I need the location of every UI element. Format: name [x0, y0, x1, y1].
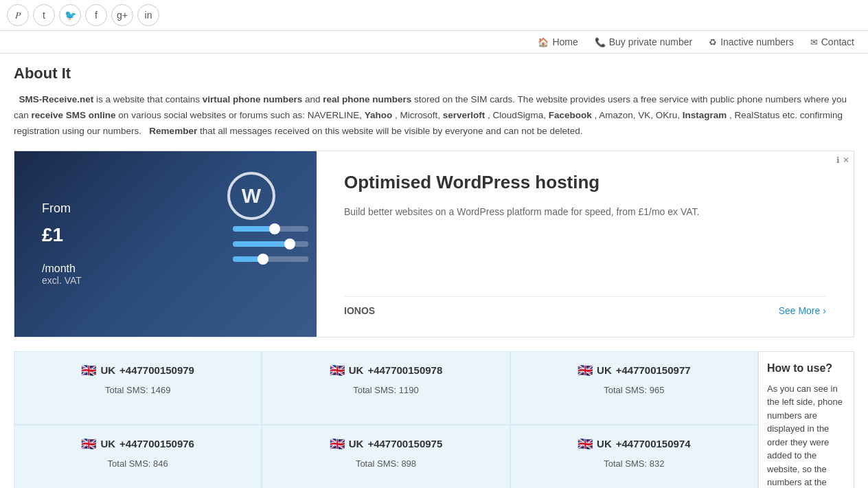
phone-number: +447700150978 — [367, 364, 442, 376]
numbers-grid: 🇬🇧 UK +447700150979 Total SMS: 1469 🇬🇧 U… — [14, 351, 758, 488]
ad-price: £1 — [42, 219, 82, 263]
home-icon: 🏠 — [538, 37, 549, 47]
number-card[interactable]: 🇬🇧 UK +447700150974 Total SMS: 832 — [510, 425, 758, 488]
buy-private-link[interactable]: 📞 Buy private number — [595, 36, 692, 47]
navbar: 🏠 Home 📞 Buy private number ♻ Inactive n… — [0, 31, 868, 54]
number-card[interactable]: 🇬🇧 UK +447700150976 Total SMS: 846 — [14, 425, 262, 488]
recycle-icon: ♻ — [709, 37, 717, 47]
country-label: UK — [597, 438, 612, 450]
number-card[interactable]: 🇬🇧 UK +447700150977 Total SMS: 965 — [510, 351, 758, 425]
sms-value: 1469 — [150, 385, 170, 395]
sms-value: 965 — [650, 385, 665, 395]
country-label: UK — [597, 364, 612, 376]
tumblr-icon[interactable]: t — [33, 4, 55, 26]
how-to-use-sidebar: How to use? As you can see in the left s… — [758, 351, 854, 488]
googleplus-icon[interactable]: g+ — [111, 4, 133, 26]
number-card[interactable]: 🇬🇧 UK +447700150978 Total SMS: 1190 — [262, 351, 510, 425]
ad-footer: IONOS See More › — [344, 296, 826, 316]
country-label: UK — [349, 438, 364, 450]
phone-number: +447700150976 — [119, 438, 194, 450]
sms-count: Total SMS: 1469 — [21, 385, 254, 395]
sms-value: 898 — [401, 458, 416, 469]
ad-title: Optimised WordPress hosting — [344, 172, 826, 193]
country-label: UK — [100, 438, 115, 450]
flag-icon: 🇬🇧 — [330, 436, 345, 452]
wp-logo: W — [227, 172, 275, 220]
ad-brand-name: IONOS — [344, 305, 375, 316]
flag-icon: 🇬🇧 — [578, 436, 593, 452]
flag-icon: 🇬🇧 — [81, 436, 96, 452]
country-label: UK — [100, 364, 115, 376]
numbers-layout: 🇬🇧 UK +447700150979 Total SMS: 1469 🇬🇧 U… — [14, 351, 854, 488]
sms-label: Total SMS: — [604, 385, 647, 395]
number-header: 🇬🇧 UK +447700150974 — [518, 436, 751, 452]
facebook-icon[interactable]: f — [85, 4, 107, 26]
how-to-text: As you can see in the left side, phone n… — [767, 382, 845, 488]
social-bar: 𝑃 t 🐦 f g+ in — [0, 0, 868, 31]
inactive-numbers-link[interactable]: ♻ Inactive numbers — [709, 36, 794, 47]
sms-label: Total SMS: — [108, 458, 151, 469]
sms-label: Total SMS: — [604, 458, 647, 469]
ad-vat: excl. VAT — [42, 275, 82, 286]
ad-description: Build better websites on a WordPress pla… — [344, 204, 826, 219]
sms-count: Total SMS: 846 — [21, 458, 254, 469]
flag-icon: 🇬🇧 — [330, 363, 345, 378]
phone-number: +447700150979 — [119, 364, 194, 376]
sms-label: Total SMS: — [356, 458, 399, 469]
pinterest-icon[interactable]: 𝑃 — [7, 4, 29, 26]
phone-icon: 📞 — [595, 37, 606, 47]
main-content: About It SMS-Receive.net is a website th… — [0, 54, 868, 488]
chevron-right-icon: › — [823, 305, 826, 316]
sms-count: Total SMS: 832 — [518, 458, 751, 469]
sms-value: 846 — [153, 458, 168, 469]
sms-count: Total SMS: 898 — [269, 458, 502, 469]
home-link[interactable]: 🏠 Home — [538, 36, 578, 47]
ad-right-panel[interactable]: Optimised WordPress hosting Build better… — [317, 151, 854, 337]
slider-group — [227, 226, 310, 262]
number-header: 🇬🇧 UK +447700150975 — [269, 436, 502, 452]
sms-label: Total SMS: — [105, 385, 148, 395]
sms-count: Total SMS: 1190 — [269, 385, 502, 395]
about-text: SMS-Receive.net is a website that contai… — [14, 92, 854, 140]
number-header: 🇬🇧 UK +447700150977 — [518, 363, 751, 378]
country-label: UK — [349, 364, 364, 376]
how-to-title: How to use? — [767, 360, 845, 377]
see-more-link[interactable]: See More › — [779, 305, 826, 316]
twitter-icon[interactable]: 🐦 — [59, 4, 81, 26]
sms-value: 1190 — [399, 385, 419, 395]
phone-number: +447700150974 — [616, 438, 691, 450]
ad-currency: £ — [42, 225, 53, 245]
ad-banner: ℹ ✕ From £1 /month excl. VAT W — [14, 151, 854, 337]
flag-icon: 🇬🇧 — [578, 363, 593, 378]
number-header: 🇬🇧 UK +447700150976 — [21, 436, 254, 452]
number-header: 🇬🇧 UK +447700150979 — [21, 363, 254, 378]
ad-left-panel: From £1 /month excl. VAT W — [14, 151, 317, 337]
ad-period: /month — [42, 263, 82, 275]
site-name: SMS-Receive.net — [19, 94, 94, 104]
number-card[interactable]: 🇬🇧 UK +447700150975 Total SMS: 898 — [262, 425, 510, 488]
phone-number: +447700150975 — [367, 438, 442, 450]
linkedin-icon[interactable]: in — [137, 4, 159, 26]
flag-icon: 🇬🇧 — [81, 363, 96, 378]
about-title: About It — [14, 65, 854, 82]
phone-number: +447700150977 — [616, 364, 691, 376]
mail-icon: ✉ — [810, 37, 818, 47]
ad-close-button[interactable]: ℹ ✕ — [836, 155, 849, 165]
sms-label: Total SMS: — [353, 385, 396, 395]
number-header: 🇬🇧 UK +447700150978 — [269, 363, 502, 378]
sms-value: 832 — [650, 458, 665, 469]
number-card[interactable]: 🇬🇧 UK +447700150979 Total SMS: 1469 — [14, 351, 262, 425]
contact-link[interactable]: ✉ Contact — [810, 36, 854, 47]
ad-from-label: From — [42, 201, 82, 216]
sms-count: Total SMS: 965 — [518, 385, 751, 395]
